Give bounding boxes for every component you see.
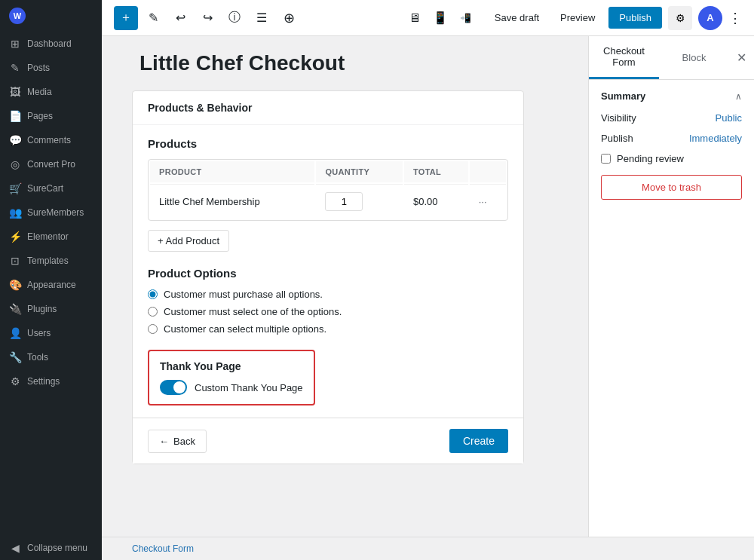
products-section-title: Products — [148, 137, 508, 150]
settings-gear-button[interactable]: ⚙ — [668, 6, 692, 30]
mobile-view-button[interactable]: 📲 — [454, 6, 478, 30]
templates-icon: ⊡ — [9, 255, 21, 267]
col-quantity: Quantity — [316, 161, 402, 182]
option-one-radio[interactable] — [148, 307, 158, 317]
sidebar-item-users[interactable]: 👤 Users — [0, 321, 102, 345]
row-more-options[interactable]: ··· — [470, 184, 506, 219]
sidebar-item-plugins[interactable]: 🔌 Plugins — [0, 297, 102, 321]
thank-you-toggle[interactable] — [160, 380, 187, 395]
sidebar-item-comments[interactable]: 💬 Comments — [0, 128, 102, 152]
sidebar-item-label: Media — [27, 87, 52, 97]
card-bottom-nav: ← Back Create — [133, 418, 523, 464]
thank-you-title: Thank You Page — [160, 360, 303, 372]
col-total: Total — [404, 161, 468, 182]
sidebar-item-label: Convert Pro — [27, 159, 75, 170]
sidebar-item-label: Users — [27, 328, 51, 338]
account-button[interactable]: A — [698, 6, 722, 30]
sidebar-item-tools[interactable]: 🔧 Tools — [0, 345, 102, 369]
sidebar-item-media[interactable]: 🖼 Media — [0, 80, 102, 104]
product-options-title: Product Options — [148, 267, 508, 280]
tab-block[interactable]: Block — [659, 36, 729, 79]
tab-checkout-form[interactable]: Checkout Form — [589, 36, 659, 79]
sidebar-item-pages[interactable]: 📄 Pages — [0, 104, 102, 128]
add-product-button[interactable]: + Add Product — [148, 230, 229, 252]
option-multiple[interactable]: Customer can select multiple options. — [148, 323, 508, 335]
publish-button[interactable]: Publish — [608, 7, 662, 29]
sidebar: W ⊞ Dashboard ✎ Posts 🖼 Media 📄 Pages 💬 … — [0, 0, 102, 560]
sidebar-item-label: Dashboard — [27, 38, 72, 49]
publish-value[interactable]: Immediately — [689, 133, 742, 144]
sidebar-item-label: Templates — [27, 256, 69, 266]
comments-icon: 💬 — [9, 134, 21, 146]
elementor-icon: ⚡ — [9, 231, 21, 243]
pending-review-checkbox[interactable] — [601, 154, 611, 164]
back-arrow-icon: ← — [159, 436, 169, 447]
collapse-icon: ◀ — [9, 542, 21, 554]
add-block-button[interactable]: ＋ — [114, 6, 138, 30]
right-panel: Checkout Form Block ✕ Summary ∧ Visibili… — [588, 36, 754, 537]
block-patterns-button[interactable]: ⊕ — [277, 6, 301, 30]
save-draft-button[interactable]: Save draft — [487, 8, 547, 28]
sidebar-item-label: Comments — [27, 135, 71, 145]
info-button[interactable]: ⓘ — [222, 6, 247, 30]
sidebar-item-label: Plugins — [27, 304, 57, 314]
create-button[interactable]: Create — [449, 429, 508, 453]
sidebar-item-settings[interactable]: ⚙ Settings — [0, 369, 102, 393]
tools-button[interactable]: ✎ — [141, 6, 165, 30]
undo-button[interactable]: ↩ — [168, 6, 192, 30]
plugins-icon: 🔌 — [9, 303, 21, 315]
redo-button[interactable]: ↪ — [195, 6, 219, 30]
option-multiple-radio[interactable] — [148, 324, 158, 334]
breadcrumb: Checkout Form — [102, 537, 754, 560]
back-button[interactable]: ← Back — [148, 430, 207, 453]
sidebar-item-suremembers[interactable]: 👥 SureMembers — [0, 200, 102, 225]
visibility-label: Visibility — [601, 112, 636, 124]
option-multiple-label: Customer can select multiple options. — [164, 323, 326, 335]
sidebar-item-label: SureCart — [27, 183, 63, 194]
preview-button[interactable]: Preview — [553, 8, 602, 28]
sidebar-logo[interactable]: W — [0, 0, 102, 32]
option-all[interactable]: Customer must purchase all options. — [148, 289, 508, 300]
list-view-button[interactable]: ☰ — [250, 6, 274, 30]
sidebar-item-convert-pro[interactable]: ◎ Convert Pro — [0, 152, 102, 176]
quantity-input[interactable] — [325, 192, 363, 211]
convert-pro-icon: ◎ — [9, 158, 21, 170]
move-to-trash-button[interactable]: Move to trash — [601, 175, 742, 200]
content-area: Little Chef Checkout Products & Behavior… — [102, 36, 754, 537]
sidebar-item-label: Pages — [27, 111, 53, 121]
option-one[interactable]: Customer must select one of the options. — [148, 306, 508, 317]
wp-icon: W — [9, 8, 26, 24]
visibility-row: Visibility Public — [601, 112, 742, 124]
table-row: Little Chef Membership $0.00 ··· — [150, 184, 506, 219]
toolbar: ＋ ✎ ↩ ↪ ⓘ ☰ ⊕ 🖥 📱 📲 Save draft Preview P… — [102, 0, 754, 36]
chevron-up-icon[interactable]: ∧ — [735, 91, 742, 102]
visibility-value[interactable]: Public — [716, 112, 742, 124]
dashboard-icon: ⊞ — [9, 38, 21, 50]
product-name: Little Chef Membership — [150, 184, 314, 219]
sidebar-item-posts[interactable]: ✎ Posts — [0, 56, 102, 80]
settings-icon: ⚙ — [9, 375, 21, 387]
sidebar-item-label: Settings — [27, 376, 60, 387]
pending-review-label: Pending review — [617, 153, 684, 164]
back-label: Back — [173, 436, 195, 447]
desktop-view-button[interactable]: 🖥 — [403, 6, 427, 30]
panel-summary-title: Summary — [601, 90, 645, 102]
sidebar-item-dashboard[interactable]: ⊞ Dashboard — [0, 32, 102, 56]
option-all-radio[interactable] — [148, 289, 158, 299]
products-behavior-card: Products & Behavior Products Product Qua… — [132, 90, 524, 464]
product-options-group: Customer must purchase all options. Cust… — [148, 289, 508, 335]
sidebar-item-elementor[interactable]: ⚡ Elementor — [0, 225, 102, 249]
breadcrumb-link[interactable]: Checkout Form — [132, 543, 194, 554]
page-title: Little Chef Checkout — [132, 51, 558, 75]
more-options-button[interactable]: ⋮ — [728, 10, 742, 26]
sidebar-item-collapse[interactable]: ◀ Collapse menu — [0, 536, 102, 560]
main-area: ＋ ✎ ↩ ↪ ⓘ ☰ ⊕ 🖥 📱 📲 Save draft Preview P… — [102, 0, 754, 560]
tablet-view-button[interactable]: 📱 — [428, 6, 452, 30]
products-table: Product Quantity Total Little Chef Membe… — [148, 159, 508, 221]
publish-row: Publish Immediately — [601, 133, 742, 144]
sidebar-item-appearance[interactable]: 🎨 Appearance — [0, 273, 102, 297]
sidebar-item-templates[interactable]: ⊡ Templates — [0, 249, 102, 273]
sidebar-item-surecart[interactable]: 🛒 SureCart — [0, 176, 102, 200]
panel-close-button[interactable]: ✕ — [729, 36, 754, 79]
pending-review-row: Pending review — [601, 153, 742, 164]
